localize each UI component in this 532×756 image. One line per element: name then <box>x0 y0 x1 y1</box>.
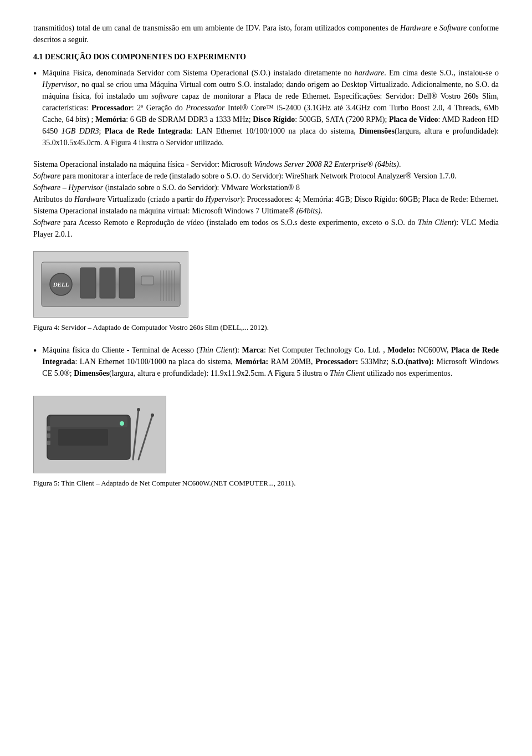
bullet-dot-1: • <box>33 68 37 80</box>
figure5-image <box>33 396 166 473</box>
svg-line-21 <box>133 410 139 459</box>
intro-paragraph: transmitidos) total de um canal de trans… <box>33 22 499 45</box>
svg-point-16 <box>120 421 124 426</box>
figure5-container: Figura 5: Thin Client – Adaptado de Net … <box>33 396 499 489</box>
figure4-container: DELL Figura 4: Servidor – Adaptado de Co… <box>33 251 499 333</box>
svg-rect-15 <box>50 416 127 427</box>
svg-rect-18 <box>47 433 50 438</box>
software-lines: Sistema Operacional instalado na máquina… <box>33 159 499 240</box>
svg-rect-7 <box>141 276 154 285</box>
figure4-image: DELL <box>33 251 188 318</box>
figure5-caption: Figura 5: Thin Client – Adaptado de Net … <box>33 478 295 489</box>
svg-line-23 <box>139 415 152 459</box>
bullet-content-1: Máquina Física, denominada Servidor com … <box>42 67 499 154</box>
section-heading-41: 4.1 DESCRIÇÃO DOS COMPONENTES DO EXPERIM… <box>33 51 499 63</box>
svg-rect-6 <box>119 268 135 298</box>
svg-rect-5 <box>100 268 115 298</box>
svg-point-24 <box>151 413 154 417</box>
bullet-item-1: • Máquina Física, denominada Servidor co… <box>33 67 499 154</box>
svg-rect-20 <box>58 429 108 446</box>
bullet-content-2: Máquina física do Cliente - Terminal de … <box>42 344 499 385</box>
svg-rect-4 <box>80 268 96 298</box>
svg-rect-17 <box>47 426 50 431</box>
figure4-caption: Figura 4: Servidor – Adaptado de Computa… <box>33 322 269 333</box>
bullet-dot-2: • <box>33 345 37 357</box>
svg-text:DELL: DELL <box>53 281 69 288</box>
svg-point-22 <box>137 408 140 411</box>
svg-rect-19 <box>47 441 50 445</box>
bullet-item-2: • Máquina física do Cliente - Terminal d… <box>33 344 499 385</box>
